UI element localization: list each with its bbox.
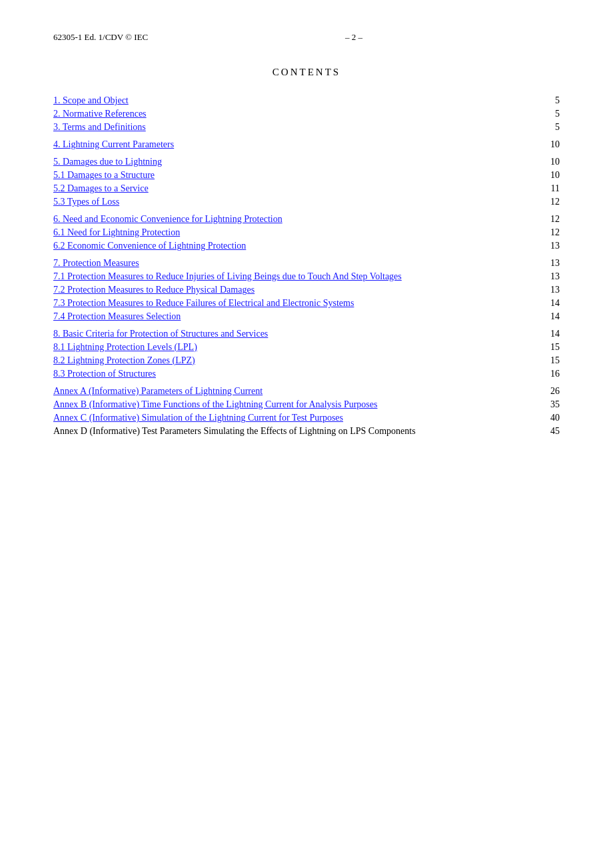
toc-page-number: 40 xyxy=(533,411,560,425)
toc-label-cell: 5.3 Types of Loss xyxy=(53,195,533,209)
toc-link-item-2[interactable]: 2. Normative References xyxy=(53,109,147,119)
toc-row: Annex A (Informative) Parameters of Ligh… xyxy=(53,385,560,398)
toc-link-item-7[interactable]: 7. Protection Measures xyxy=(53,258,139,268)
toc-label-cell: 5. Damages due to Lightning xyxy=(53,155,533,169)
toc-link-item-4[interactable]: 4. Lightning Current Parameters xyxy=(53,139,174,149)
toc-link-item-7-1[interactable]: 7.1 Protection Measures to Reduce Injuri… xyxy=(53,271,402,281)
toc-row: 1. Scope and Object5 xyxy=(53,94,560,107)
toc-row: 8.1 Lightning Protection Levels (LPL)15 xyxy=(53,341,560,354)
toc-page-number: 14 xyxy=(533,310,560,323)
toc-table: 1. Scope and Object52. Normative Referen… xyxy=(53,94,560,438)
toc-label-cell: 8.2 Lightning Protection Zones (LPZ) xyxy=(53,354,533,367)
toc-row: 3. Terms and Definitions5 xyxy=(53,121,560,134)
toc-row: 8.3 Protection of Structures16 xyxy=(53,367,560,381)
toc-row: 6.2 Economic Convenience of Lightning Pr… xyxy=(53,239,560,253)
toc-label-cell: Annex C (Informative) Simulation of the … xyxy=(53,411,533,425)
toc-row: Annex D (Informative) Test Parameters Si… xyxy=(53,425,560,438)
toc-label-cell: 5.2 Damages to a Service xyxy=(53,182,533,195)
toc-page-number: 10 xyxy=(533,169,560,182)
toc-row: 6. Need and Economic Convenience for Lig… xyxy=(53,213,560,226)
toc-label-cell: 6.2 Economic Convenience of Lightning Pr… xyxy=(53,239,533,253)
toc-label-cell: 8. Basic Criteria for Protection of Stru… xyxy=(53,327,533,341)
toc-link-annex-b[interactable]: Annex B (Informative) Time Functions of … xyxy=(53,399,377,409)
toc-page-number: 12 xyxy=(533,195,560,209)
toc-label-cell: 7.1 Protection Measures to Reduce Injuri… xyxy=(53,270,533,283)
toc-label-cell: 7.2 Protection Measures to Reduce Physic… xyxy=(53,283,533,297)
toc-link-item-6[interactable]: 6. Need and Economic Convenience for Lig… xyxy=(53,214,283,224)
toc-row: 8. Basic Criteria for Protection of Stru… xyxy=(53,327,560,341)
toc-label-cell: 5.1 Damages to a Structure xyxy=(53,169,533,182)
toc-row: 6.1 Need for Lightning Protection12 xyxy=(53,226,560,239)
toc-link-item-7-2[interactable]: 7.2 Protection Measures to Reduce Physic… xyxy=(53,285,255,295)
toc-page-number: 13 xyxy=(533,283,560,297)
toc-label-cell: 8.1 Lightning Protection Levels (LPL) xyxy=(53,341,533,354)
toc-row: 4. Lightning Current Parameters10 xyxy=(53,138,560,151)
toc-row: 5. Damages due to Lightning10 xyxy=(53,155,560,169)
toc-text-annex-d: Annex D (Informative) Test Parameters Si… xyxy=(53,426,416,436)
toc-link-item-6-1[interactable]: 6.1 Need for Lightning Protection xyxy=(53,227,180,237)
toc-link-item-8-1[interactable]: 8.1 Lightning Protection Levels (LPL) xyxy=(53,342,197,352)
toc-link-item-6-2[interactable]: 6.2 Economic Convenience of Lightning Pr… xyxy=(53,241,246,251)
toc-link-item-8-3[interactable]: 8.3 Protection of Structures xyxy=(53,369,156,379)
toc-link-annex-c[interactable]: Annex C (Informative) Simulation of the … xyxy=(53,413,343,423)
toc-page-number: 26 xyxy=(533,385,560,398)
toc-page-number: 15 xyxy=(533,341,560,354)
toc-row: 5.3 Types of Loss12 xyxy=(53,195,560,209)
toc-page-number: 12 xyxy=(533,213,560,226)
toc-label-cell: 7.4 Protection Measures Selection xyxy=(53,310,533,323)
page: 62305-1 Ed. 1/CDV © IEC – 2 – CONTENTS 1… xyxy=(0,0,613,868)
toc-page-number: 12 xyxy=(533,226,560,239)
toc-page-number: 13 xyxy=(533,239,560,253)
header-center: – 2 – xyxy=(345,32,362,43)
toc-label-cell: 1. Scope and Object xyxy=(53,94,533,107)
toc-label-cell: 7. Protection Measures xyxy=(53,257,533,270)
toc-page-number: 13 xyxy=(533,270,560,283)
toc-label-cell: 6. Need and Economic Convenience for Lig… xyxy=(53,213,533,226)
toc-label-cell: 3. Terms and Definitions xyxy=(53,121,533,134)
toc-page-number: 13 xyxy=(533,257,560,270)
toc-label-cell: 2. Normative References xyxy=(53,107,533,121)
toc-link-item-5-1[interactable]: 5.1 Damages to a Structure xyxy=(53,170,155,180)
toc-page-number: 11 xyxy=(533,182,560,195)
toc-link-item-7-4[interactable]: 7.4 Protection Measures Selection xyxy=(53,311,181,321)
toc-page-number: 5 xyxy=(533,94,560,107)
toc-page-number: 5 xyxy=(533,107,560,121)
toc-label-cell: Annex B (Informative) Time Functions of … xyxy=(53,398,533,411)
toc-link-item-8-2[interactable]: 8.2 Lightning Protection Zones (LPZ) xyxy=(53,355,195,365)
toc-row: 5.2 Damages to a Service11 xyxy=(53,182,560,195)
toc-row: 7.2 Protection Measures to Reduce Physic… xyxy=(53,283,560,297)
toc-label-cell: Annex D (Informative) Test Parameters Si… xyxy=(53,425,533,438)
contents-title: CONTENTS xyxy=(53,67,560,78)
toc-row: 7. Protection Measures13 xyxy=(53,257,560,270)
toc-link-item-7-3[interactable]: 7.3 Protection Measures to Reduce Failur… xyxy=(53,298,354,308)
toc-page-number: 35 xyxy=(533,398,560,411)
toc-label-cell: 8.3 Protection of Structures xyxy=(53,367,533,381)
toc-label-cell: Annex A (Informative) Parameters of Ligh… xyxy=(53,385,533,398)
toc-page-number: 10 xyxy=(533,155,560,169)
toc-page-number: 15 xyxy=(533,354,560,367)
toc-link-item-5-3[interactable]: 5.3 Types of Loss xyxy=(53,197,119,207)
toc-page-number: 14 xyxy=(533,327,560,341)
toc-page-number: 14 xyxy=(533,297,560,310)
toc-link-item-1[interactable]: 1. Scope and Object xyxy=(53,95,129,105)
toc-row: 7.1 Protection Measures to Reduce Injuri… xyxy=(53,270,560,283)
toc-row: 7.4 Protection Measures Selection14 xyxy=(53,310,560,323)
toc-page-number: 5 xyxy=(533,121,560,134)
toc-row: Annex B (Informative) Time Functions of … xyxy=(53,398,560,411)
toc-page-number: 45 xyxy=(533,425,560,438)
toc-link-item-5[interactable]: 5. Damages due to Lightning xyxy=(53,157,162,167)
page-header: 62305-1 Ed. 1/CDV © IEC – 2 – xyxy=(53,32,560,43)
toc-row: 2. Normative References5 xyxy=(53,107,560,121)
toc-page-number: 10 xyxy=(533,138,560,151)
toc-row: 8.2 Lightning Protection Zones (LPZ)15 xyxy=(53,354,560,367)
toc-label-cell: 7.3 Protection Measures to Reduce Failur… xyxy=(53,297,533,310)
toc-link-item-3[interactable]: 3. Terms and Definitions xyxy=(53,122,146,132)
toc-row: Annex C (Informative) Simulation of the … xyxy=(53,411,560,425)
toc-label-cell: 6.1 Need for Lightning Protection xyxy=(53,226,533,239)
toc-link-item-5-2[interactable]: 5.2 Damages to a Service xyxy=(53,183,149,193)
toc-row: 5.1 Damages to a Structure10 xyxy=(53,169,560,182)
toc-row: 7.3 Protection Measures to Reduce Failur… xyxy=(53,297,560,310)
toc-link-item-8[interactable]: 8. Basic Criteria for Protection of Stru… xyxy=(53,329,268,339)
toc-link-annex-a[interactable]: Annex A (Informative) Parameters of Ligh… xyxy=(53,386,263,396)
toc-label-cell: 4. Lightning Current Parameters xyxy=(53,138,533,151)
